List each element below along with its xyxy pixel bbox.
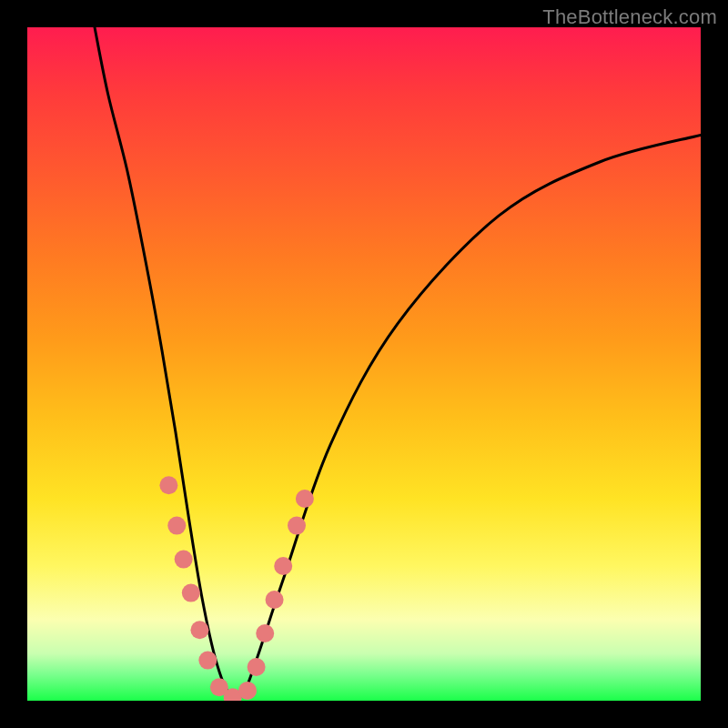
curve-marker <box>248 658 266 676</box>
curve-marker <box>266 591 284 609</box>
curve-marker <box>274 557 292 575</box>
curve-marker <box>198 652 217 670</box>
bottleneck-curve-markers <box>159 476 313 701</box>
curve-marker <box>182 584 200 602</box>
curve-marker <box>288 517 306 535</box>
curve-marker <box>175 551 193 569</box>
curve-marker <box>238 682 257 700</box>
curve-marker <box>256 624 274 642</box>
curve-marker <box>296 490 314 508</box>
curve-marker <box>167 517 186 535</box>
chart-frame: TheBottleneck.com <box>0 0 728 728</box>
curve-marker <box>159 476 177 494</box>
chart-svg <box>27 27 701 701</box>
curve-marker <box>190 621 208 639</box>
watermark-text: TheBottleneck.com <box>542 5 717 29</box>
chart-plot-area <box>27 27 701 701</box>
